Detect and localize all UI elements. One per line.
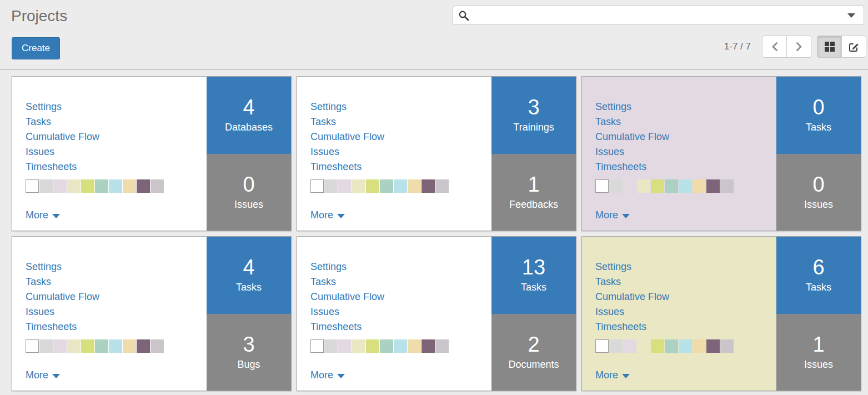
card-link-tasks[interactable]: Tasks xyxy=(595,274,621,289)
primary-stat[interactable]: 13 Tasks xyxy=(491,237,576,314)
more-dropdown[interactable]: More xyxy=(310,369,345,381)
more-dropdown[interactable]: More xyxy=(595,209,630,221)
color-swatch-5[interactable] xyxy=(95,339,108,353)
color-swatch-4[interactable] xyxy=(651,339,664,353)
secondary-stat[interactable]: 0 Issues xyxy=(207,154,291,231)
card-link-settings[interactable]: Settings xyxy=(310,259,347,274)
card-link-cumulative-flow[interactable]: Cumulative Flow xyxy=(26,129,99,144)
card-link-issues[interactable]: Issues xyxy=(26,304,54,319)
color-swatch-6[interactable] xyxy=(109,179,122,193)
primary-stat[interactable]: 6 Tasks xyxy=(776,237,861,314)
primary-stat[interactable]: 4 Tasks xyxy=(207,237,291,314)
card-link-settings[interactable]: Settings xyxy=(26,259,62,274)
color-swatch-0[interactable] xyxy=(595,179,609,193)
color-swatch-0[interactable] xyxy=(26,179,39,193)
card-link-cumulative-flow[interactable]: Cumulative Flow xyxy=(595,289,669,304)
card-link-settings[interactable]: Settings xyxy=(26,99,62,114)
search-bar[interactable] xyxy=(453,6,864,25)
color-swatch-1[interactable] xyxy=(39,339,53,353)
color-swatch-7[interactable] xyxy=(693,339,706,353)
color-swatch-4[interactable] xyxy=(81,179,94,193)
color-swatch-3[interactable] xyxy=(637,179,650,193)
card-link-tasks[interactable]: Tasks xyxy=(310,274,336,289)
more-dropdown[interactable]: More xyxy=(595,369,630,381)
color-swatch-9[interactable] xyxy=(720,179,734,193)
card-link-settings[interactable]: Settings xyxy=(595,99,631,114)
color-swatch-9[interactable] xyxy=(720,339,734,353)
color-swatch-5[interactable] xyxy=(380,179,393,193)
color-swatch-7[interactable] xyxy=(408,339,421,353)
secondary-stat[interactable]: 2 Documents xyxy=(491,314,576,391)
project-card[interactable]: SettingsTasksCumulative FlowIssuesTimesh… xyxy=(297,76,576,231)
pager-prev-button[interactable] xyxy=(762,36,787,58)
color-swatch-2[interactable] xyxy=(623,339,636,353)
secondary-stat[interactable]: 3 Bugs xyxy=(207,314,291,391)
project-card[interactable]: SettingsTasksCumulative FlowIssuesTimesh… xyxy=(297,236,576,391)
color-swatch-6[interactable] xyxy=(679,339,692,353)
color-swatch-3[interactable] xyxy=(352,179,365,193)
card-link-timesheets[interactable]: Timesheets xyxy=(595,319,646,334)
card-link-cumulative-flow[interactable]: Cumulative Flow xyxy=(310,289,384,304)
color-swatch-3[interactable] xyxy=(637,339,650,353)
color-swatch-9[interactable] xyxy=(435,179,449,193)
color-swatch-4[interactable] xyxy=(81,339,94,353)
card-link-issues[interactable]: Issues xyxy=(595,144,624,159)
color-swatch-8[interactable] xyxy=(422,179,435,193)
color-swatch-9[interactable] xyxy=(435,339,449,353)
color-swatch-8[interactable] xyxy=(137,179,150,193)
card-link-settings[interactable]: Settings xyxy=(595,259,631,274)
project-card[interactable]: SettingsTasksCumulative FlowIssuesTimesh… xyxy=(581,236,861,391)
card-link-issues[interactable]: Issues xyxy=(26,144,54,159)
color-swatch-3[interactable] xyxy=(67,179,81,193)
card-link-cumulative-flow[interactable]: Cumulative Flow xyxy=(26,289,99,304)
color-swatch-7[interactable] xyxy=(408,179,421,193)
color-swatch-6[interactable] xyxy=(394,179,407,193)
color-swatch-9[interactable] xyxy=(150,179,164,193)
color-swatch-7[interactable] xyxy=(693,179,706,193)
color-swatch-2[interactable] xyxy=(53,339,67,353)
color-swatch-6[interactable] xyxy=(679,179,692,193)
color-swatch-7[interactable] xyxy=(123,179,136,193)
card-link-timesheets[interactable]: Timesheets xyxy=(595,159,646,174)
secondary-stat[interactable]: 1 Issues xyxy=(776,314,861,391)
color-swatch-4[interactable] xyxy=(366,179,379,193)
color-swatch-3[interactable] xyxy=(352,339,365,353)
color-swatch-0[interactable] xyxy=(310,179,324,193)
card-link-tasks[interactable]: Tasks xyxy=(310,114,336,129)
card-link-tasks[interactable]: Tasks xyxy=(26,274,51,289)
card-link-cumulative-flow[interactable]: Cumulative Flow xyxy=(595,129,669,144)
color-swatch-0[interactable] xyxy=(26,339,39,353)
card-link-cumulative-flow[interactable]: Cumulative Flow xyxy=(310,129,384,144)
create-button[interactable]: Create xyxy=(12,37,60,59)
color-swatch-6[interactable] xyxy=(109,339,122,353)
color-swatch-2[interactable] xyxy=(53,179,67,193)
card-link-timesheets[interactable]: Timesheets xyxy=(26,319,77,334)
card-link-timesheets[interactable]: Timesheets xyxy=(310,319,362,334)
color-swatch-1[interactable] xyxy=(324,339,338,353)
search-input[interactable] xyxy=(473,6,847,24)
project-card[interactable]: SettingsTasksCumulative FlowIssuesTimesh… xyxy=(12,236,292,391)
color-swatch-5[interactable] xyxy=(95,179,108,193)
more-dropdown[interactable]: More xyxy=(310,209,345,221)
project-card[interactable]: SettingsTasksCumulative FlowIssuesTimesh… xyxy=(12,76,292,231)
color-swatch-5[interactable] xyxy=(380,339,393,353)
color-swatch-9[interactable] xyxy=(150,339,164,353)
primary-stat[interactable]: 4 Databases xyxy=(207,77,291,154)
card-link-timesheets[interactable]: Timesheets xyxy=(26,159,77,174)
color-swatch-3[interactable] xyxy=(67,339,81,353)
color-swatch-8[interactable] xyxy=(706,179,720,193)
color-swatch-1[interactable] xyxy=(39,179,53,193)
kanban-view-button[interactable] xyxy=(817,36,842,58)
color-swatch-6[interactable] xyxy=(394,339,407,353)
color-swatch-4[interactable] xyxy=(366,339,379,353)
color-swatch-2[interactable] xyxy=(338,179,352,193)
color-swatch-0[interactable] xyxy=(310,339,324,353)
color-swatch-7[interactable] xyxy=(123,339,136,353)
color-swatch-1[interactable] xyxy=(609,179,623,193)
primary-stat[interactable]: 0 Tasks xyxy=(776,77,861,154)
edit-view-button[interactable] xyxy=(841,36,866,58)
more-dropdown[interactable]: More xyxy=(26,369,60,381)
search-options-caret-icon[interactable] xyxy=(847,13,855,18)
color-swatch-1[interactable] xyxy=(324,179,338,193)
color-swatch-5[interactable] xyxy=(665,339,678,353)
